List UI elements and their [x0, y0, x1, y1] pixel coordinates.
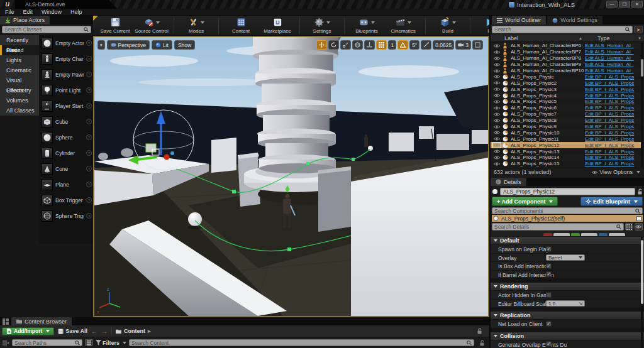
edit-blueprint-link[interactable]: Edit BP_I_ALS_Props — [585, 155, 634, 160]
section-header-rendering[interactable]: Rendering — [491, 283, 644, 291]
outliner-row[interactable]: ALS_Human_AI_CharacterBP8Edit ALS_Human_… — [491, 55, 641, 62]
category-basic[interactable]: Basic — [0, 45, 39, 55]
tab-place-actors[interactable]: Place Actors — [0, 16, 50, 24]
place-actor-sphere-trigg[interactable]: Sphere Trigg? — [39, 208, 93, 224]
rotate-tool-button[interactable] — [328, 40, 339, 50]
show-menu-button[interactable]: Show — [174, 40, 195, 50]
search-classes-box[interactable] — [2, 26, 91, 33]
settings-button[interactable]: Settings — [304, 16, 340, 35]
tab-world-settings[interactable]: World Settings — [547, 16, 602, 24]
edit-blueprint-link[interactable]: Edit ALS_Human_AI_ — [585, 62, 633, 67]
place-actor-cone[interactable]: Cone? — [39, 161, 93, 177]
edit-blueprint-link[interactable]: Edit BP_I_ALS_Props — [585, 130, 634, 136]
search-paths-box[interactable] — [12, 339, 82, 346]
place-actor-cylinder[interactable]: Cylinder? — [39, 145, 93, 161]
menu-help[interactable]: Help — [70, 9, 82, 15]
edit-blueprint-link[interactable]: Edit ALS_Human_AI_ — [585, 55, 633, 61]
breadcrumb[interactable]: Content ▸ — [116, 328, 151, 334]
perspective-button[interactable]: Perspective — [107, 40, 150, 50]
breadcrumb-arrow-icon[interactable]: ▸ — [148, 328, 151, 334]
outliner-row[interactable]: ALS_Props_Physic8Edit BP_I_ALS_Props — [491, 117, 641, 124]
visibility-eye-icon[interactable] — [493, 80, 501, 85]
edit-blueprint-link[interactable]: Edit BP_I_ALS_Props — [585, 117, 634, 123]
place-actor-sphere[interactable]: Sphere? — [39, 129, 93, 145]
property-matrix-button[interactable] — [625, 223, 633, 231]
search-components-input[interactable] — [494, 208, 635, 214]
visibility-eye-icon[interactable] — [493, 112, 501, 117]
section-header-default[interactable]: Default — [491, 237, 644, 245]
maximize-button[interactable]: ❐ — [619, 1, 630, 8]
search-components-box[interactable] — [492, 207, 643, 214]
visibility-eye-icon[interactable] — [493, 106, 501, 111]
column-type[interactable]: Type — [582, 35, 610, 41]
search-content-input[interactable] — [131, 340, 467, 346]
rotation-snap-value[interactable]: 5° — [409, 40, 419, 50]
outliner-row[interactable]: ALS_Human_AI_CharacterBP9Edit ALS_Human_… — [491, 62, 641, 68]
view-list-button[interactable] — [85, 339, 93, 346]
search-details-input[interactable] — [494, 224, 616, 230]
move-tool-button[interactable] — [316, 40, 327, 50]
edit-blueprint-link[interactable]: Edit BP_I_ALS_Props — [585, 161, 634, 166]
save-current-button[interactable]: Save Current — [97, 16, 133, 35]
close-button[interactable]: ✕ — [631, 1, 643, 8]
place-actor-point-light[interactable]: Point Light? — [39, 82, 93, 98]
menu-window[interactable]: Window — [42, 9, 62, 15]
outliner-row[interactable]: ALS_Props_Physic11Edit BP_I_ALS_Props — [491, 136, 641, 142]
level-viewport[interactable]: x z ▾ Perspective Lit Show — [93, 36, 489, 317]
cinematics-button[interactable]: Cinematics — [385, 16, 421, 35]
outliner-column-header[interactable]: Label ▲ Type ▼ — [491, 35, 644, 42]
sphere-prop[interactable] — [188, 212, 202, 226]
lit-mode-button[interactable]: Lit — [152, 40, 172, 50]
edit-blueprint-link[interactable]: Edit BP_I_ALS_Props — [585, 93, 634, 99]
camera-speed-button[interactable]: 3 — [455, 40, 471, 50]
component-row-self[interactable]: ALS_Props_Physic12(self) — [492, 215, 643, 222]
place-actor-player-start[interactable]: Player Start? — [39, 98, 93, 114]
category-visual-effects[interactable]: Visual Effects — [0, 75, 39, 85]
edit-blueprint-link[interactable]: Edit BP_I_ALS_Props — [585, 87, 634, 92]
outliner-row[interactable]: ALS_Props_Physic12Edit BP_I_ALS_Props — [491, 142, 641, 148]
visibility-eye-icon[interactable] — [493, 62, 501, 67]
marketplace-button[interactable]: Marketplace — [259, 16, 296, 35]
surface-snap-button[interactable] — [364, 40, 375, 50]
scale-tool-button[interactable] — [340, 40, 351, 50]
menu-edit[interactable]: Edit — [23, 9, 33, 15]
visibility-eye-icon[interactable] — [493, 56, 501, 61]
outliner-row[interactable]: ALS_Props_Physic13Edit BP_I_ALS_Props — [491, 148, 641, 155]
outliner-row[interactable]: ALS_Props_Physic4Edit BP_I_ALS_Props — [491, 92, 641, 99]
outliner-row[interactable]: ALS_Props_Physic3Edit BP_I_ALS_Props — [491, 86, 641, 92]
search-details-box[interactable] — [492, 223, 624, 231]
tab-details[interactable]: i Details — [491, 178, 526, 186]
back-button[interactable]: ← — [91, 328, 97, 335]
save-all-button[interactable]: Save All — [58, 328, 87, 334]
outliner-row[interactable]: ALS_Human_AI_CharacterBP10Edit ALS_Human… — [491, 68, 641, 74]
outliner-row[interactable]: ALS_Props_PhysicEdit BP_I_ALS_Props — [491, 73, 641, 80]
edit-blueprint-button[interactable]: Edit Blueprint — [580, 197, 643, 206]
number-field[interactable]: 1.0⇲ — [546, 300, 585, 307]
visibility-eye-icon[interactable] — [493, 93, 501, 98]
checkbox[interactable]: ✓ — [546, 321, 552, 327]
category-cinematic[interactable]: Cinematic — [0, 65, 39, 75]
checkbox[interactable]: ✓ — [546, 246, 552, 252]
visibility-eye-icon[interactable] — [493, 149, 501, 154]
checkbox[interactable]: ✓ — [546, 271, 552, 277]
edit-blueprint-link[interactable]: Edit BP_I_ALS_Props — [585, 111, 634, 117]
visibility-eye-icon[interactable] — [493, 50, 501, 55]
big-block-mesh[interactable] — [351, 151, 488, 316]
place-actor-cube[interactable]: Cube? — [39, 114, 93, 129]
outliner-row[interactable]: ALS_Props_Physic9Edit BP_I_ALS_Props — [491, 124, 641, 130]
sources-panel-icon[interactable] — [3, 340, 9, 346]
edit-blueprint-link[interactable]: Edit BP_I_ALS_Props — [585, 136, 634, 142]
outliner-row[interactable]: ALS_Props_Physic15Edit BP_I_ALS_Props — [491, 161, 641, 167]
visibility-eye-icon[interactable] — [493, 43, 501, 48]
checkbox[interactable] — [546, 292, 552, 298]
place-actor-empty-actor[interactable]: Empty Actor? — [39, 35, 93, 51]
outliner-row[interactable]: ALS_Props_Physic10Edit BP_I_ALS_Props — [491, 129, 641, 136]
place-actor-empty-chara[interactable]: Empty Chara? — [39, 51, 93, 67]
outliner-row[interactable]: ALS_Props_Physic5Edit BP_I_ALS_Props — [491, 99, 641, 105]
place-actor-empty-pawn[interactable]: Empty Pawn? — [39, 67, 93, 82]
build-button[interactable]: Build — [430, 16, 466, 35]
lock-icon[interactable] — [477, 328, 482, 334]
tab-world-outliner[interactable]: World Outliner — [492, 16, 546, 24]
column-label[interactable]: Label — [491, 35, 579, 41]
edit-blueprint-link[interactable]: Edit ALS_Human_AI_ — [585, 68, 633, 73]
